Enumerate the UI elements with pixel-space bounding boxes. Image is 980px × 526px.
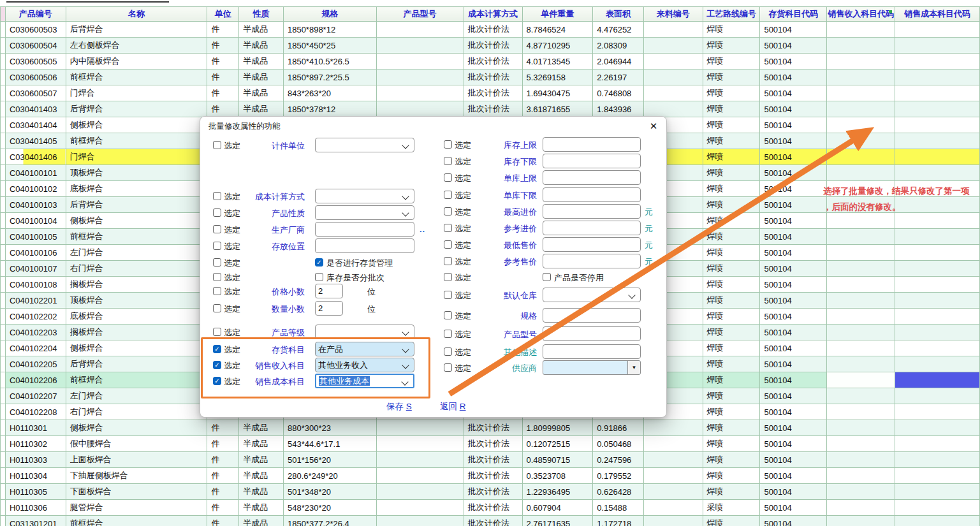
cell-nature[interactable]: 半成品 bbox=[239, 500, 284, 516]
cell-inv_code[interactable]: 500104 bbox=[760, 325, 827, 340]
cell-inv_code[interactable]: 500104 bbox=[760, 484, 827, 500]
cell-name[interactable]: 底板焊合 bbox=[66, 309, 207, 325]
table-row[interactable]: H0110303上面板焊合件半成品501*156*20批次计价法0.485907… bbox=[1, 452, 980, 468]
cell-area[interactable]: 2.26197 bbox=[593, 69, 644, 85]
table-row[interactable]: H0110304下抽屉侧板焊合件半成品280.6*249*20批次计价法0.35… bbox=[1, 468, 980, 484]
supplier-dropdown-button[interactable]: ▼ bbox=[627, 361, 640, 374]
cell-id[interactable]: C030401405 bbox=[5, 133, 66, 149]
cell-route[interactable]: 焊喷 bbox=[703, 309, 760, 325]
cell-unit[interactable]: 件 bbox=[207, 420, 239, 436]
cell-area[interactable]: 4.476252 bbox=[593, 22, 644, 38]
select-checkbox-ref-sale-price[interactable] bbox=[444, 257, 452, 265]
cell-income_code[interactable] bbox=[827, 293, 895, 309]
cell-area[interactable]: 2.08309 bbox=[593, 38, 644, 54]
column-header-inv_code[interactable]: 存货科目代码 bbox=[760, 7, 827, 22]
select-checkbox-bin-lower[interactable] bbox=[444, 191, 452, 199]
cell-name[interactable]: 侧板焊合 bbox=[66, 340, 207, 356]
cell-cost_code[interactable] bbox=[895, 149, 980, 165]
cell-weight[interactable]: 0.12072515 bbox=[522, 436, 593, 452]
cell-nature[interactable]: 半成品 bbox=[239, 484, 284, 500]
cell-nature[interactable]: 半成品 bbox=[239, 468, 284, 484]
cell-name[interactable]: 左门焊合 bbox=[66, 388, 207, 404]
cell-route[interactable]: 焊喷 bbox=[703, 149, 760, 165]
cell-route[interactable]: 焊喷 bbox=[703, 325, 760, 340]
table-row[interactable]: C030600507门焊合件半成品843*263*20批次计价法1.694304… bbox=[1, 85, 980, 101]
cell-nature[interactable]: 半成品 bbox=[239, 516, 284, 526]
cell-income_code[interactable] bbox=[827, 22, 895, 38]
cell-income_code[interactable] bbox=[827, 165, 895, 181]
cell-area[interactable]: 0.179552 bbox=[593, 468, 644, 484]
column-header-rowhdr[interactable] bbox=[1, 7, 6, 22]
cell-route[interactable]: 焊喷 bbox=[703, 117, 760, 133]
cell-income_code[interactable] bbox=[827, 436, 895, 452]
cell-name[interactable]: 右门焊合 bbox=[66, 404, 207, 420]
cell-cost_code[interactable] bbox=[895, 117, 980, 133]
cost-method-dropdown[interactable] bbox=[315, 189, 414, 203]
select-checkbox-cost-method[interactable] bbox=[213, 192, 221, 200]
cell-inv_code[interactable]: 500104 bbox=[760, 340, 827, 356]
cell-unit[interactable]: 件 bbox=[207, 101, 239, 117]
cell-name[interactable]: 后背焊合 bbox=[66, 101, 207, 117]
cell-cost_code[interactable] bbox=[895, 69, 980, 85]
cell-id[interactable]: H0110304 bbox=[5, 468, 66, 484]
table-row[interactable]: H0110301侧板焊合件半成品880*300*23批次计价法1.8099980… bbox=[1, 420, 980, 436]
select-checkbox-default-warehouse[interactable] bbox=[444, 291, 452, 299]
cell-model[interactable] bbox=[376, 54, 464, 69]
column-header-name[interactable]: 名称 bbox=[66, 7, 207, 22]
cell-name[interactable]: 底板焊合 bbox=[66, 181, 207, 197]
cell-model[interactable] bbox=[376, 484, 464, 500]
cell-area[interactable]: 0.626428 bbox=[593, 484, 644, 500]
cell-area[interactable]: 1.843936 bbox=[593, 101, 644, 117]
cell-inv_code[interactable]: 500104 bbox=[760, 245, 827, 261]
cell-nature[interactable]: 半成品 bbox=[239, 54, 284, 69]
select-checkbox-stock-upper[interactable] bbox=[444, 140, 452, 149]
cell-model[interactable] bbox=[376, 22, 464, 38]
cell-id[interactable]: C030600505 bbox=[5, 54, 66, 69]
cell-rowhdr[interactable] bbox=[1, 452, 6, 468]
max-purchase-price-input[interactable] bbox=[543, 204, 641, 219]
batch-lot-checkbox[interactable] bbox=[315, 273, 323, 281]
stock-upper-input[interactable] bbox=[543, 137, 641, 152]
cell-inv_code[interactable]: 500104 bbox=[760, 452, 827, 468]
cell-rowhdr[interactable] bbox=[1, 516, 6, 526]
cell-area[interactable]: 0.15488 bbox=[593, 500, 644, 516]
cell-route[interactable]: 焊喷 bbox=[703, 54, 760, 69]
cell-unit[interactable]: 件 bbox=[207, 468, 239, 484]
cell-model[interactable] bbox=[376, 85, 464, 101]
cell-cost_method[interactable]: 批次计价法 bbox=[464, 436, 522, 452]
cell-route[interactable]: 焊喷 bbox=[703, 436, 760, 452]
cell-inv_code[interactable]: 500104 bbox=[760, 197, 827, 213]
select-checkbox-manufacturer[interactable] bbox=[213, 225, 221, 233]
cell-weight[interactable]: 8.7846524 bbox=[522, 22, 593, 38]
cell-model[interactable] bbox=[376, 436, 464, 452]
cell-cost_code[interactable] bbox=[895, 165, 980, 181]
cell-weight[interactable]: 4.01713545 bbox=[522, 54, 593, 69]
cell-inv_code[interactable]: 500104 bbox=[760, 468, 827, 484]
cell-inv_code[interactable]: 500104 bbox=[760, 69, 827, 85]
table-row[interactable]: C030600505内中隔板焊合件半成品1850*410.5*26.5批次计价法… bbox=[1, 54, 980, 69]
cell-id[interactable]: H0110306 bbox=[5, 500, 66, 516]
manufacturer-input[interactable] bbox=[315, 222, 414, 237]
cell-weight[interactable]: 0.48590715 bbox=[522, 452, 593, 468]
cell-id[interactable]: H0110301 bbox=[5, 420, 66, 436]
cell-name[interactable]: 前框焊合 bbox=[66, 372, 207, 388]
cell-nature[interactable]: 半成品 bbox=[239, 452, 284, 468]
column-header-cost_code[interactable]: 销售成本科目代码 bbox=[895, 7, 980, 22]
cell-id[interactable]: C040102208 bbox=[5, 404, 66, 420]
cell-model[interactable] bbox=[376, 500, 464, 516]
cell-weight[interactable]: 3.61871655 bbox=[522, 101, 593, 117]
cell-nature[interactable]: 半成品 bbox=[239, 101, 284, 117]
cell-income_code[interactable] bbox=[827, 516, 895, 526]
cell-rowhdr[interactable] bbox=[1, 181, 6, 197]
cell-route[interactable]: 焊喷 bbox=[703, 229, 760, 245]
cell-cost_method[interactable]: 批次计价法 bbox=[464, 54, 522, 69]
cell-route[interactable]: 焊喷 bbox=[703, 261, 760, 277]
cell-weight[interactable]: 1.80999805 bbox=[522, 420, 593, 436]
cell-weight[interactable]: 1.22936495 bbox=[522, 484, 593, 500]
cell-cost_code[interactable] bbox=[895, 229, 980, 245]
cell-id[interactable]: C040100103 bbox=[5, 197, 66, 213]
cell-cost_code[interactable] bbox=[895, 372, 980, 388]
cell-cost_code[interactable] bbox=[895, 484, 980, 500]
cell-id[interactable]: C030401406 bbox=[5, 149, 66, 165]
cell-rowhdr[interactable] bbox=[1, 245, 6, 261]
